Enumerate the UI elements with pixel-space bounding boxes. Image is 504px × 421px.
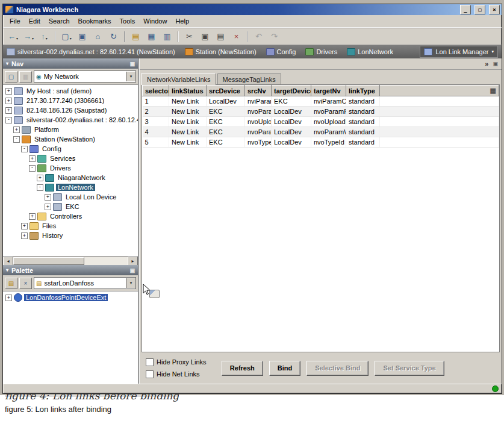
undo-icon[interactable]: ↶: [251, 30, 266, 43]
palette-pane-header[interactable]: ▾ Palette ▣: [3, 265, 138, 275]
scrollbar-track[interactable]: [13, 257, 128, 265]
tab-networkvariablelinks[interactable]: NetworkVariableLinks: [142, 73, 216, 85]
expander-icon[interactable]: +: [5, 98, 12, 104]
maximize-view-icon[interactable]: ▣: [493, 61, 498, 67]
new-view-icon[interactable]: ▢▾: [59, 30, 74, 43]
tree-item-silverstar-002-dynalias-net-82[interactable]: -silverstar-002.dynalias.net : 82.60.12.…: [3, 115, 138, 125]
table-row[interactable]: 3New LinkEKCnvoUploaLocalDevnvoUploadRst…: [143, 117, 499, 127]
view-selector[interactable]: Lon Link Manager ▾: [420, 46, 498, 58]
table-row[interactable]: 2New LinkEKCnvoPararLocalDevnvoParamRest…: [143, 107, 499, 117]
open-folder-icon[interactable]: ▤: [128, 30, 143, 43]
tree-item-services[interactable]: +Services: [3, 154, 138, 163]
tree-item-platform[interactable]: +Platform: [3, 125, 138, 134]
expander-icon[interactable]: +: [21, 232, 28, 239]
nav-horizontal-scrollbar[interactable]: ◂ ▸: [3, 256, 138, 265]
breadcrumb-item-config[interactable]: Config: [266, 48, 296, 55]
close-button[interactable]: ×: [489, 5, 500, 14]
breadcrumb-item-station[interactable]: Station (NewStation): [185, 48, 257, 55]
expander-icon[interactable]: -: [37, 184, 43, 191]
forward-icon[interactable]: →▾: [21, 30, 36, 43]
table-row[interactable]: 5New LinkEKCnvoTypeLocalDevnvoTypeIdstan…: [143, 137, 499, 148]
home-icon[interactable]: ⌂: [90, 30, 105, 43]
expander-icon[interactable]: -: [5, 117, 12, 123]
tab-messagetaglinks[interactable]: MessageTagLinks: [217, 73, 281, 84]
close-palette-icon[interactable]: ×: [19, 278, 32, 289]
copy-icon[interactable]: ▣: [198, 30, 213, 43]
tree-item-files[interactable]: +Files: [3, 221, 138, 231]
maximize-button[interactable]: ▢: [474, 5, 485, 14]
table-row[interactable]: 4New LinkEKCnvoPararLocalDevnvoParamWrst…: [143, 127, 499, 137]
menu-item-file[interactable]: File: [5, 16, 25, 26]
breadcrumb-item-host[interactable]: silverstar-002.dynalias.net : 82.60.12.4…: [7, 48, 175, 55]
bind-button[interactable]: Bind: [269, 361, 300, 376]
nav-edit-icon[interactable]: ▥: [19, 71, 32, 83]
column-header-linkstatus[interactable]: linkStatus: [169, 86, 207, 96]
tree-item-controllers[interactable]: +Controllers: [3, 211, 138, 221]
palette-item-londanfosspointdeviceext[interactable]: +LonDanfossPointDeviceExt: [3, 293, 138, 302]
tree-item-history[interactable]: +History: [3, 231, 138, 240]
chevron-down-icon[interactable]: ▾: [126, 278, 135, 288]
tree-item-station-newstation[interactable]: -Station (NewStation): [3, 134, 138, 144]
cut-icon[interactable]: ✂: [182, 30, 197, 43]
selective-bind-button[interactable]: Selective Bind: [306, 361, 369, 376]
back-icon[interactable]: ←▾: [5, 30, 20, 43]
chevron-down-icon[interactable]: ▾: [6, 267, 8, 273]
print-icon[interactable]: ▥: [160, 30, 175, 43]
popout-icon[interactable]: ▣: [75, 30, 90, 43]
title-bar[interactable]: Niagara Workbench _ ▢ ×: [3, 4, 502, 15]
paste-icon[interactable]: ▤: [213, 30, 228, 43]
expander-icon[interactable]: +: [45, 204, 51, 210]
refresh-icon[interactable]: ↻: [106, 30, 121, 43]
tree-item-niagaranetwork[interactable]: +NiagaraNetwork: [3, 173, 138, 182]
expander-icon[interactable]: -: [13, 136, 20, 143]
column-header-srcnv[interactable]: srcNv: [245, 86, 272, 96]
tree-item-config[interactable]: -Config: [3, 144, 138, 154]
column-header-targetdevice[interactable]: targetDevice: [272, 86, 311, 96]
table-row[interactable]: 1New LinkLocalDevnviParamEKCnviParamCmst…: [143, 96, 499, 107]
tree-item-ekc[interactable]: +EKC: [3, 202, 138, 211]
tree-item-local-lon-device[interactable]: +Local Lon Device: [3, 192, 138, 202]
detach-pane-icon[interactable]: ▣: [129, 61, 135, 67]
hide-proxy-links-checkbox[interactable]: Hide Proxy Links: [146, 358, 207, 366]
column-header-targetnv[interactable]: targetNv: [311, 86, 346, 96]
open-palette-icon[interactable]: ▤: [5, 278, 17, 289]
chevron-down-icon[interactable]: ▾: [6, 61, 8, 66]
chevron-down-icon[interactable]: ▾: [126, 72, 135, 81]
tree-item-lonnetwork[interactable]: -LonNetwork: [3, 182, 138, 192]
expander-icon[interactable]: -: [21, 146, 28, 152]
up-icon[interactable]: ↑▾: [37, 30, 52, 43]
column-header-srcdevice[interactable]: srcDevice: [207, 86, 245, 96]
refresh-button[interactable]: Refresh: [222, 361, 263, 376]
expander-icon[interactable]: +: [5, 88, 12, 95]
table-options-icon[interactable]: ▦: [490, 87, 496, 94]
scroll-left-icon[interactable]: ◂: [3, 257, 13, 266]
breadcrumb-item-drivers[interactable]: Drivers: [305, 48, 337, 55]
tree-item-my-host-snaf-demo[interactable]: +My Host : snaf (demo): [3, 86, 138, 96]
menu-item-edit[interactable]: Edit: [25, 16, 45, 26]
nav-new-icon[interactable]: ▢: [5, 71, 17, 83]
tree-item-drivers[interactable]: -Drivers: [3, 163, 138, 173]
save-icon[interactable]: ▦: [144, 30, 159, 43]
column-header-linktype[interactable]: linkType: [346, 86, 380, 96]
expander-icon[interactable]: +: [45, 194, 51, 201]
menu-item-search[interactable]: Search: [45, 16, 74, 26]
expander-icon[interactable]: +: [5, 295, 12, 301]
delete-icon[interactable]: ×: [229, 30, 244, 43]
expander-icon[interactable]: -: [29, 165, 36, 172]
redo-icon[interactable]: ↷: [267, 30, 282, 43]
breadcrumb-item-lon-network[interactable]: LonNetwork: [347, 48, 393, 55]
detach-pane-icon[interactable]: ▣: [129, 267, 135, 273]
expander-icon[interactable]: +: [21, 223, 28, 229]
hide-net-links-checkbox[interactable]: Hide Net Links: [146, 370, 207, 378]
menu-item-tools[interactable]: Tools: [116, 16, 140, 26]
nav-pane-header[interactable]: ▾ Nav ▣: [3, 58, 138, 69]
expander-icon[interactable]: +: [29, 155, 36, 162]
scrollbar-thumb[interactable]: [13, 257, 84, 265]
scroll-right-icon[interactable]: ▸: [128, 257, 138, 266]
minimize-button[interactable]: _: [460, 5, 471, 14]
palette-dropdown[interactable]: ▤ sstarLonDanfoss ▾: [34, 277, 136, 289]
expander-icon[interactable]: +: [37, 175, 43, 181]
tree-item-82-148-186-126-saupstad[interactable]: +82.148.186.126 (Saupstad): [3, 105, 138, 115]
menu-item-window[interactable]: Window: [139, 16, 171, 26]
tree-item-217-30-177-240-j306661[interactable]: +217.30.177.240 (J306661): [3, 96, 138, 105]
